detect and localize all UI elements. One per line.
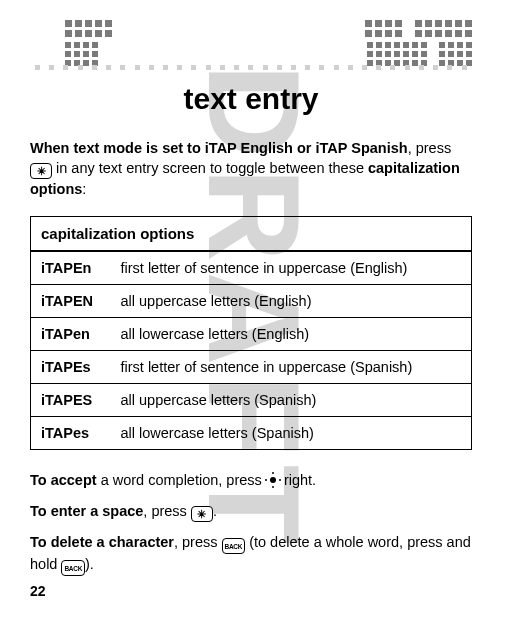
star-key-icon [191, 506, 213, 522]
table-header: capitalization options [31, 216, 472, 251]
back-key-icon [61, 560, 85, 576]
space-lead: To enter a space [30, 503, 143, 519]
table-row: iTAPESall uppercase letters (Spanish) [31, 383, 472, 416]
desc-cell: all lowercase letters (Spanish) [111, 416, 472, 449]
code-cell: iTAPEs [31, 350, 111, 383]
intro-text-c: in any text entry screen to toggle betwe… [52, 160, 368, 176]
table-row: iTAPEnfirst letter of sentence in upperc… [31, 251, 472, 285]
intro-or: or [293, 140, 316, 156]
desc-cell: first letter of sentence in uppercase (E… [111, 251, 472, 285]
code-cell: iTAPES [31, 383, 111, 416]
capitalization-options-table: capitalization options iTAPEnfirst lette… [30, 216, 472, 450]
accept-right: right. [280, 472, 316, 488]
table-row: iTAPenall lowercase letters (English) [31, 317, 472, 350]
intro-colon: : [82, 181, 86, 197]
code-cell: iTAPEN [31, 284, 111, 317]
table-row: iTAPEsfirst letter of sentence in upperc… [31, 350, 472, 383]
page-content: text entry When text mode is set to iTAP… [30, 20, 472, 576]
page-title: text entry [30, 82, 472, 116]
mode-itap-spanish: iTAP Spanish [316, 140, 408, 156]
accept-lead: To accept [30, 472, 97, 488]
desc-cell: first letter of sentence in uppercase (S… [111, 350, 472, 383]
desc-cell: all lowercase letters (English) [111, 317, 472, 350]
space-period: . [213, 503, 217, 519]
space-paragraph: To enter a space, press . [30, 501, 472, 522]
nav-key-icon [266, 473, 280, 487]
code-cell: iTAPen [31, 317, 111, 350]
code-cell: iTAPEn [31, 251, 111, 285]
header-decoration [30, 20, 472, 80]
desc-cell: all uppercase letters (Spanish) [111, 383, 472, 416]
intro-lead: When text mode is set to [30, 140, 201, 156]
accept-paragraph: To accept a word completion, press right… [30, 470, 472, 491]
page-number: 22 [30, 583, 46, 599]
code-cell: iTAPes [31, 416, 111, 449]
intro-paragraph: When text mode is set to iTAP English or… [30, 138, 472, 200]
table-row: iTAPesall lowercase letters (Spanish) [31, 416, 472, 449]
delete-paragraph: To delete a character, press (to delete … [30, 532, 472, 576]
mode-itap-english: iTAP English [205, 140, 293, 156]
delete-text-b: , press [174, 534, 222, 550]
delete-lead: To delete a character [30, 534, 174, 550]
delete-text-d: ). [85, 556, 94, 572]
back-key-icon [222, 538, 246, 554]
table-row: iTAPENall uppercase letters (English) [31, 284, 472, 317]
space-text: , press [143, 503, 191, 519]
star-key-icon [30, 163, 52, 179]
intro-text-b: , press [408, 140, 452, 156]
desc-cell: all uppercase letters (English) [111, 284, 472, 317]
accept-text: a word completion, press [97, 472, 266, 488]
